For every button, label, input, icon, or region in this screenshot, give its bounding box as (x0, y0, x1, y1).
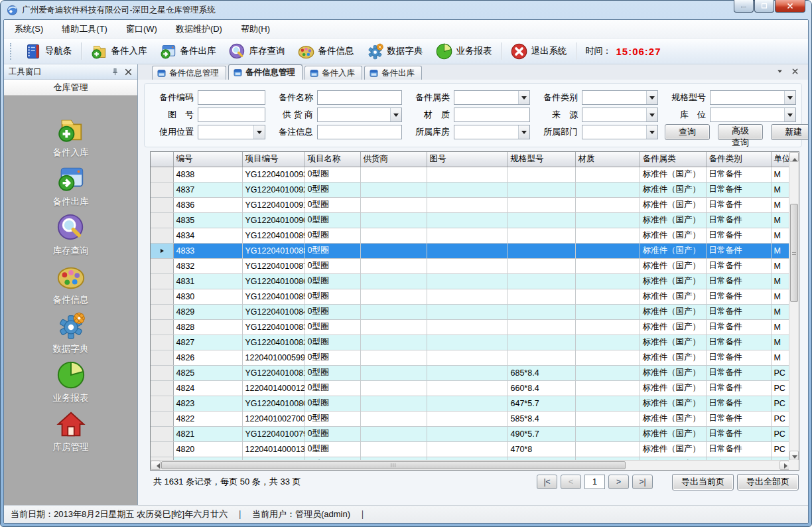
scroll-left-icon[interactable] (151, 461, 161, 470)
text-input[interactable] (198, 125, 253, 139)
row-selector-cell[interactable] (151, 289, 173, 304)
next-page-button[interactable]: > (608, 475, 629, 489)
text-input[interactable] (582, 91, 646, 104)
minimize-button[interactable] (734, 0, 754, 13)
text-input[interactable] (454, 91, 518, 104)
row-selector-cell[interactable] (151, 258, 173, 273)
horizontal-scroll-thumb[interactable] (161, 461, 626, 469)
search-action-button[interactable]: 查询 (665, 124, 710, 140)
sidebar-item[interactable]: 备件入库 (53, 114, 89, 159)
tab-close-icon[interactable] (791, 68, 799, 75)
table-row[interactable]: 4824 1220401400012 0型圈 660*8.4 标准件（国产） (151, 380, 789, 396)
row-selector-cell[interactable] (151, 228, 173, 243)
page-number-input[interactable] (584, 475, 605, 489)
column-header[interactable]: 备件属类 (640, 152, 706, 167)
toolbar-button[interactable]: 数据字典 (360, 40, 429, 62)
pin-icon[interactable] (111, 68, 119, 76)
toolbar-navbar-button[interactable]: 导航条 (18, 40, 78, 62)
toolbar-button[interactable]: 备件出库 (153, 40, 222, 62)
text-input[interactable] (454, 108, 529, 121)
row-selector-cell[interactable] (151, 411, 173, 426)
column-header[interactable]: 材质 (575, 152, 640, 167)
search-action-button[interactable]: 高级查询 (718, 124, 763, 140)
export-current-page-button[interactable]: 导出当前页 (672, 474, 734, 490)
dropdown-arrow-icon[interactable] (784, 91, 795, 104)
table-row[interactable]: 4832 YG12204010087 0型圈 标准件（国产） (151, 258, 789, 273)
dropdown-arrow-icon[interactable] (646, 125, 657, 139)
menu-item[interactable]: 数据维护(D) (176, 23, 222, 35)
search-action-button[interactable]: 新建 (771, 124, 809, 140)
tab[interactable]: 备件信息管理 (152, 66, 226, 80)
row-selector-cell[interactable] (151, 197, 173, 212)
sidebar-item[interactable]: 库存查询 (53, 212, 89, 257)
dropdown-arrow-icon[interactable] (646, 91, 657, 104)
toolbar-button[interactable]: 备件信息 (291, 40, 360, 62)
column-header[interactable]: 规格型号 (508, 152, 575, 167)
text-input[interactable] (582, 125, 646, 139)
row-selector-cell[interactable] (151, 182, 173, 197)
text-input[interactable] (582, 108, 646, 121)
text-input[interactable] (710, 91, 784, 104)
text-input[interactable] (198, 91, 265, 104)
sidebar-item[interactable]: 库房管理 (53, 409, 89, 453)
sidebar-item[interactable]: 数据字典 (53, 311, 89, 355)
text-input[interactable] (318, 108, 390, 121)
vertical-scroll-thumb[interactable] (790, 204, 798, 302)
last-page-button[interactable]: >| (632, 475, 653, 489)
table-row[interactable]: 4831 YG12204010086 0型圈 标准件（国产） (151, 273, 789, 289)
dropdown-arrow-icon[interactable] (646, 108, 657, 121)
toolbar-exit-button[interactable]: 退出系统 (504, 40, 573, 62)
tab[interactable]: 备件入库 (304, 66, 362, 80)
table-row[interactable]: 4834 YG12204010089 0型圈 标准件（国产） (151, 228, 789, 243)
row-selector-cell[interactable] (151, 167, 173, 182)
column-header[interactable] (151, 152, 173, 167)
row-selector-cell[interactable] (151, 365, 173, 380)
scroll-right-icon[interactable] (779, 461, 789, 470)
row-selector-cell[interactable] (151, 350, 173, 365)
column-header[interactable]: 项目名称 (304, 152, 360, 167)
text-input[interactable] (318, 125, 401, 139)
row-selector-cell[interactable] (151, 396, 173, 411)
table-row[interactable]: 4820 1220401400013 0型圈 470*8 标准件（国产） (151, 441, 789, 457)
row-selector-cell[interactable] (151, 319, 173, 335)
row-selector-cell[interactable] (151, 335, 173, 350)
sidebar-item[interactable]: 备件出库 (53, 163, 89, 208)
toolbar-button[interactable]: 业务报表 (429, 40, 498, 62)
table-row[interactable]: 4833 YG12204010088 0型圈 标准件（国产） (151, 243, 789, 258)
table-row[interactable]: 4838 YG12204010093 0型圈 标准件（国产） (151, 167, 789, 182)
text-input[interactable] (198, 108, 265, 121)
column-header[interactable]: 供货商 (360, 152, 427, 167)
row-selector-cell[interactable] (151, 243, 173, 258)
tab[interactable]: 备件信息管理 (228, 64, 303, 80)
dropdown-arrow-icon[interactable] (784, 108, 795, 121)
chevron-down-icon[interactable] (776, 68, 783, 75)
text-input[interactable] (710, 108, 784, 121)
table-row[interactable]: 4835 YG12204010090 0型圈 标准件（国产） (151, 212, 789, 228)
first-page-button[interactable]: |< (537, 475, 557, 489)
scroll-down-icon[interactable] (789, 451, 799, 461)
vertical-scrollbar[interactable] (789, 152, 799, 461)
sidebar-item[interactable]: 备件信息 (53, 262, 89, 306)
menu-item[interactable]: 窗口(W) (126, 23, 157, 35)
column-header[interactable]: 单位 (771, 152, 789, 167)
menu-item[interactable]: 系统(S) (15, 23, 43, 35)
toolbar-button[interactable]: 库存查询 (222, 40, 291, 62)
sidebar-item[interactable]: 业务报表 (53, 360, 89, 404)
dropdown-arrow-icon[interactable] (518, 91, 529, 104)
scroll-up-icon[interactable] (789, 152, 799, 162)
table-row[interactable]: 4822 1220401002700 0型圈 585*8.4 标准件（国产） (151, 411, 789, 426)
table-row[interactable]: 4823 YG12204010080 0型圈 647*5.7 标准件（国产） (151, 396, 789, 411)
column-header[interactable]: 图号 (427, 152, 508, 167)
horizontal-scrollbar[interactable] (151, 460, 789, 470)
text-input[interactable] (318, 91, 401, 104)
row-selector-cell[interactable] (151, 380, 173, 396)
table-row[interactable]: 4837 YG12204010092 0型圈 标准件（国产） (151, 182, 789, 197)
row-selector-cell[interactable] (151, 304, 173, 319)
tab[interactable]: 备件出库 (364, 66, 422, 80)
table-row[interactable]: 4821 YG12204010079 0型圈 490*5.7 标准件（国产） (151, 426, 789, 441)
table-row[interactable]: 4826 1220401000599 0型圈 标准件（国产） (151, 350, 789, 365)
table-row[interactable]: 4836 YG12204010091 0型圈 标准件（国产） (151, 197, 789, 212)
table-row[interactable]: 4827 YG12204010082 0型圈 标准件（国产） (151, 335, 789, 350)
table-row[interactable]: 4828 YG12204010083 0型圈 标准件（国产） (151, 319, 789, 335)
row-selector-cell[interactable] (151, 212, 173, 228)
